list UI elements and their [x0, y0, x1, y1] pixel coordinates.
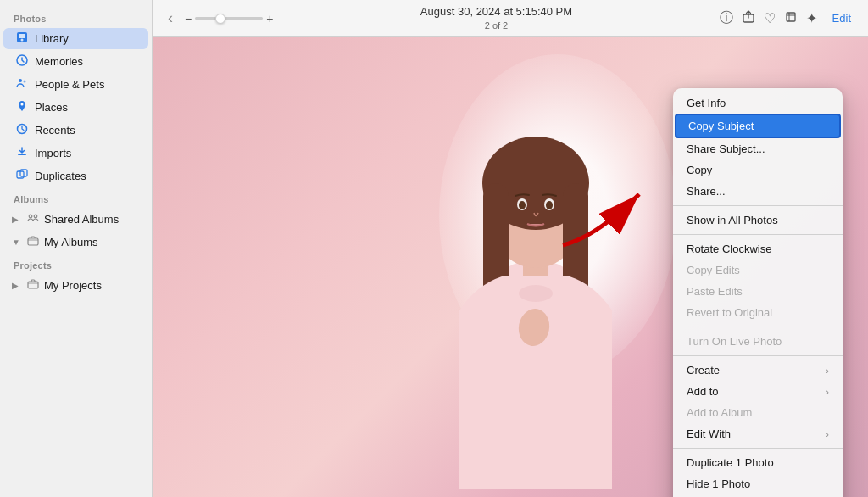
menu-item-paste-edits: Paste Edits [673, 281, 843, 302]
magic-button[interactable]: ✦ [806, 10, 817, 26]
photo-count: 2 of 2 [280, 20, 712, 32]
sidebar-shared-albums-label: Shared Albums [44, 213, 119, 226]
sidebar-item-my-projects[interactable]: ▶ My Projects [3, 275, 148, 296]
edit-button[interactable]: Edit [826, 8, 858, 28]
menu-item-hide-photo[interactable]: Hide 1 Photo [673, 473, 843, 494]
photos-section-label: Photos [0, 7, 152, 27]
menu-item-copy-edits: Copy Edits [673, 260, 843, 281]
edit-with-chevron: › [826, 429, 829, 439]
menu-item-rotate-clockwise[interactable]: Rotate Clockwise [673, 238, 843, 260]
person-figure [409, 73, 663, 497]
main-content: ‹ − + August 30, 2024 at 5:15:40 PM 2 of… [153, 0, 868, 497]
menu-item-get-info[interactable]: Get Info [673, 92, 843, 114]
svg-point-5 [24, 81, 26, 83]
create-chevron: › [826, 366, 829, 376]
svg-point-11 [29, 215, 32, 218]
svg-rect-13 [28, 238, 38, 245]
svg-point-12 [34, 215, 37, 218]
svg-point-30 [519, 201, 526, 209]
menu-separator-4 [673, 355, 843, 356]
sidebar-my-projects-label: My Projects [44, 279, 102, 292]
svg-rect-8 [18, 154, 26, 155]
menu-item-edit-with[interactable]: Edit With › [673, 423, 843, 444]
my-albums-chevron: ▼ [12, 237, 22, 247]
memories-icon [15, 54, 29, 69]
menu-separator-2 [673, 234, 843, 235]
add-to-chevron: › [826, 387, 829, 397]
svg-rect-16 [787, 13, 795, 21]
albums-section-label: Albums [0, 187, 152, 208]
menu-item-duplicate-photo[interactable]: Duplicate 1 Photo [673, 452, 843, 473]
sidebar-duplicates-label: Duplicates [35, 170, 86, 182]
toolbar: ‹ − + August 30, 2024 at 5:15:40 PM 2 of… [153, 0, 868, 37]
toolbar-nav: ‹ [163, 8, 178, 29]
my-albums-icon [26, 235, 40, 249]
toolbar-actions: ⓘ ♡ ✦ Edit [720, 8, 858, 28]
svg-point-6 [21, 103, 24, 106]
favorite-button[interactable]: ♡ [764, 10, 776, 26]
projects-section-label: Projects [0, 254, 152, 274]
sidebar-item-memories[interactable]: Memories [3, 51, 148, 72]
context-menu: Get Info Copy Subject Share Subject... C… [673, 88, 843, 497]
svg-point-31 [546, 201, 553, 209]
recents-icon [15, 123, 29, 137]
sidebar-memories-label: Memories [35, 55, 83, 68]
menu-separator-5 [673, 448, 843, 449]
sidebar: Photos Library Memories People & Pets Pl… [0, 0, 153, 497]
zoom-in-button[interactable]: + [266, 12, 273, 25]
menu-item-show-all-photos[interactable]: Show in All Photos [673, 209, 843, 231]
photo-datetime: August 30, 2024 at 5:15:40 PM [280, 4, 712, 20]
zoom-thumb [215, 14, 225, 24]
sidebar-item-my-albums[interactable]: ▼ My Albums [3, 232, 148, 253]
sidebar-my-albums-label: My Albums [44, 236, 98, 248]
toolbar-title: August 30, 2024 at 5:15:40 PM 2 of 2 [280, 4, 712, 33]
svg-rect-1 [19, 34, 25, 38]
crop-button[interactable] [784, 10, 798, 27]
menu-separator-1 [673, 205, 843, 206]
sidebar-item-places[interactable]: Places [3, 97, 148, 118]
sidebar-item-shared-albums[interactable]: ▶ Shared Albums [3, 209, 148, 230]
sidebar-people-pets-label: People & Pets [35, 78, 104, 91]
menu-item-copy[interactable]: Copy [673, 159, 843, 181]
sidebar-item-people-pets[interactable]: People & Pets [3, 74, 148, 95]
sidebar-recents-label: Recents [35, 124, 75, 137]
svg-point-2 [21, 39, 24, 42]
shared-albums-chevron: ▶ [12, 215, 22, 224]
places-icon [15, 100, 29, 114]
photo-area: Get Info Copy Subject Share Subject... C… [153, 37, 868, 497]
duplicates-icon [15, 169, 29, 183]
shared-albums-icon [26, 212, 40, 226]
menu-item-revert-original: Revert to Original [673, 302, 843, 323]
menu-item-copy-subject[interactable]: Copy Subject [675, 114, 841, 138]
sidebar-item-duplicates[interactable]: Duplicates [3, 165, 148, 187]
back-button[interactable]: ‹ [163, 8, 178, 29]
info-button[interactable]: ⓘ [720, 9, 733, 27]
menu-separator-3 [673, 327, 843, 327]
svg-point-32 [519, 285, 553, 302]
zoom-control: − + [185, 12, 273, 25]
menu-item-add-to[interactable]: Add to › [673, 381, 843, 402]
zoom-slider[interactable] [195, 17, 263, 20]
my-projects-icon [26, 278, 40, 293]
imports-icon [15, 146, 29, 160]
sidebar-item-library[interactable]: Library [3, 28, 148, 49]
share-button[interactable] [742, 10, 755, 27]
svg-rect-14 [28, 282, 38, 288]
sidebar-imports-label: Imports [35, 147, 71, 159]
my-projects-chevron: ▶ [12, 281, 22, 290]
zoom-out-button[interactable]: − [185, 12, 192, 25]
menu-item-share-subject[interactable]: Share Subject... [673, 138, 843, 159]
menu-item-share[interactable]: Share... [673, 181, 843, 202]
library-icon [15, 31, 29, 46]
sidebar-item-recents[interactable]: Recents [3, 120, 148, 141]
svg-point-4 [19, 79, 22, 82]
sidebar-item-imports[interactable]: Imports [3, 142, 148, 164]
sidebar-library-label: Library [35, 32, 69, 45]
menu-item-create[interactable]: Create › [673, 360, 843, 381]
sidebar-places-label: Places [35, 101, 68, 114]
people-pets-icon [15, 77, 29, 92]
menu-item-add-to-album: Add to Album [673, 402, 843, 423]
menu-item-turn-on-live: Turn On Live Photo [673, 331, 843, 352]
